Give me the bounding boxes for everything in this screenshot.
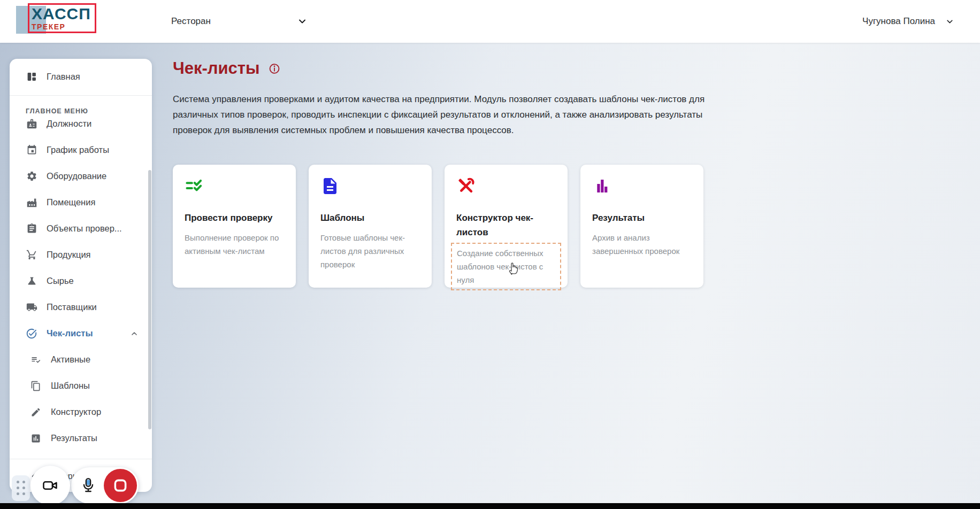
sidebar-item-label: Продукция [47, 250, 91, 260]
organization-label: Ресторан [171, 16, 211, 27]
info-icon[interactable] [269, 63, 280, 74]
card-description: Выполнение проверок по активным чек-лист… [185, 231, 284, 258]
card-results[interactable]: Результаты Архив и анализ завершенных пр… [580, 165, 703, 288]
sidebar-item-label: Оборудование [47, 171, 106, 181]
camera-icon [42, 477, 59, 494]
card-description: Архив и анализ завершенных проверок [592, 231, 692, 258]
sidebar-item-schedule[interactable]: График работы [10, 137, 152, 163]
copy-icon [30, 380, 42, 392]
sidebar-item-label: Должности [47, 119, 91, 129]
sidebar: Главная ГЛАВНОЕ МЕНЮ Должности График ра… [10, 59, 152, 492]
chevron-down-icon [944, 16, 955, 27]
chevron-down-icon [296, 16, 308, 27]
card-title: Результаты [592, 211, 692, 225]
list-check-icon [30, 354, 42, 366]
dashboard-icon [26, 71, 37, 82]
factory-icon [26, 197, 37, 209]
app-window: ХАССП ТРЕКЕР Ресторан Чугунова Полина Гл… [0, 0, 980, 509]
card-title: Шаблоны [320, 211, 420, 225]
chevron-up-icon [128, 328, 140, 340]
hand-cursor [506, 259, 521, 278]
microphone-icon [79, 476, 97, 495]
recorder-pill [71, 467, 139, 504]
logo-text-sub: ТРЕКЕР [32, 22, 65, 31]
cart-icon [26, 249, 37, 261]
app-logo[interactable]: ХАССП ТРЕКЕР [15, 3, 101, 36]
sidebar-item-label: Главная [47, 72, 80, 82]
module-description: Система управления проверками и аудитом … [173, 91, 713, 138]
sidebar-item-positions[interactable]: Должности [10, 118, 152, 137]
sidebar-item-label: Чек-листы [47, 328, 93, 338]
sidebar-item-label: Помещения [47, 197, 95, 207]
sidebar-item-label: Сырье [47, 276, 74, 286]
logo-text-main: ХАССП [32, 5, 91, 23]
sidebar-item-templates[interactable]: Шаблоны [10, 373, 152, 399]
sidebar-item-products[interactable]: Продукция [10, 242, 152, 268]
user-menu[interactable]: Чугунова Полина [862, 0, 955, 43]
sidebar-item-active-checklists[interactable]: Активные [10, 346, 152, 373]
organization-selector[interactable]: Ресторан [171, 0, 308, 43]
truck-icon [26, 302, 37, 313]
analytics-icon [30, 433, 42, 444]
tools-icon [456, 176, 476, 196]
sidebar-section-label: ГЛАВНОЕ МЕНЮ [10, 96, 152, 118]
card-templates[interactable]: Шаблоны Готовые шаблоны чек-листов для р… [309, 165, 432, 288]
sidebar-item-home[interactable]: Главная [10, 62, 152, 91]
bottom-black-bar [0, 503, 980, 509]
clipboard-icon [26, 223, 37, 235]
bar-chart-icon [592, 176, 611, 196]
sidebar-item-label: Результаты [51, 433, 97, 443]
sidebar-item-raw-materials[interactable]: Сырье [10, 268, 152, 294]
recorder-drag-handle[interactable] [12, 475, 30, 501]
document-icon [320, 176, 340, 196]
stop-recording-button[interactable] [104, 469, 137, 502]
sidebar-item-equipment[interactable]: Оборудование [10, 163, 152, 189]
sidebar-item-constructor[interactable]: Конструктор [10, 399, 152, 425]
module-cards: Провести проверку Выполнение проверок по… [173, 165, 703, 288]
card-run-inspection[interactable]: Провести проверку Выполнение проверок по… [173, 165, 296, 288]
pencil-icon [30, 406, 42, 418]
sidebar-item-label: Объекты провер... [47, 223, 122, 234]
card-description: Готовые шаблоны чек-листов для различных… [320, 231, 420, 271]
sidebar-footer-divider [10, 459, 152, 459]
sidebar-item-checklists[interactable]: Чек-листы [10, 320, 152, 346]
badge-icon [26, 118, 37, 130]
task-check-icon [26, 328, 37, 340]
page-title: Чек-листы [173, 59, 260, 78]
sidebar-item-results[interactable]: Результаты [10, 425, 152, 451]
sidebar-item-premises[interactable]: Помещения [10, 189, 152, 215]
flask-icon [26, 275, 37, 287]
top-bar: ХАССП ТРЕКЕР Ресторан Чугунова Полина [0, 0, 980, 43]
sidebar-menu-scroll-area[interactable]: Должности График работы Оборудование Пом… [10, 118, 152, 452]
gear-icon [26, 171, 37, 182]
sidebar-item-label: Поставщики [47, 302, 97, 312]
sidebar-item-label: Активные [51, 354, 90, 365]
calendar-icon [26, 144, 37, 156]
microphone-button[interactable] [79, 476, 98, 495]
user-name: Чугунова Полина [862, 16, 935, 27]
sidebar-item-label: Конструктор [51, 407, 101, 417]
stop-icon [111, 476, 129, 495]
camera-button[interactable] [30, 466, 70, 505]
sidebar-item-suppliers[interactable]: Поставщики [10, 294, 152, 320]
sidebar-item-inspection-objects[interactable]: Объекты провер... [10, 215, 152, 242]
card-title: Провести проверку [185, 211, 284, 225]
sidebar-item-label: Шаблоны [51, 381, 90, 391]
checklist-icon [185, 176, 204, 196]
sidebar-item-label: График работы [47, 145, 109, 155]
sidebar-scrollbar[interactable] [148, 170, 151, 429]
card-title: Конструктор чек-листов [456, 211, 556, 240]
